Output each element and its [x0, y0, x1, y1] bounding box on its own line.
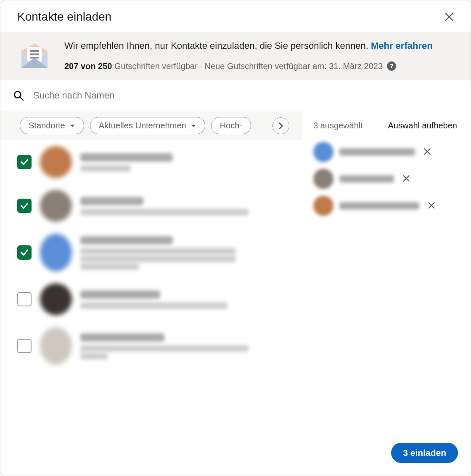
modal-title: Kontakte einladen [17, 10, 111, 24]
selection-count: 3 ausgewählt [313, 121, 363, 130]
recommendation-banner: Wir empfehlen Ihnen, nur Kontakte einzul… [0, 32, 471, 80]
close-button[interactable] [440, 8, 458, 26]
contact-name [80, 236, 173, 245]
learn-more-link[interactable]: Mehr erfahren [371, 40, 433, 51]
filter-label: Hoch- [220, 121, 242, 130]
filter-locations[interactable]: Standorte [20, 117, 84, 134]
selection-item [310, 192, 463, 219]
filter-current-company[interactable]: Aktuelles Unternehmen [90, 117, 205, 134]
contact-subtitle [80, 255, 236, 262]
contact-name [80, 333, 164, 342]
check-icon [20, 201, 29, 210]
avatar [40, 327, 72, 365]
contact-name [80, 290, 160, 299]
modal-footer: 3 einladen [0, 435, 471, 476]
check-icon [20, 157, 29, 167]
invite-button[interactable]: 3 einladen [391, 443, 458, 463]
contact-checkbox[interactable] [17, 199, 32, 213]
selection-column: 3 ausgewählt Auswahl aufheben [302, 111, 471, 435]
avatar [40, 234, 72, 271]
help-icon[interactable]: ? [387, 61, 396, 71]
contact-name [80, 197, 143, 205]
avatar [313, 169, 333, 189]
chevron-down-icon [191, 123, 196, 129]
close-icon [402, 174, 411, 183]
contact-info [80, 195, 289, 216]
avatar [40, 146, 72, 178]
remove-selection-button[interactable] [421, 145, 434, 159]
envelope-icon [17, 39, 52, 74]
svg-rect-2 [30, 53, 39, 55]
filter-label: Standorte [29, 121, 65, 130]
contact-info [80, 289, 289, 310]
svg-rect-1 [30, 50, 39, 52]
check-icon [20, 248, 29, 257]
filter-school[interactable]: Hoch- [211, 117, 251, 134]
credits-rest: Gutschriften verfügbar · Neue Gutschrift… [112, 61, 383, 71]
contact-row[interactable] [0, 140, 302, 184]
selection-item [310, 165, 463, 192]
contact-info [80, 152, 289, 173]
credits-line: 207 von 250 Gutschriften verfügbar · Neu… [64, 60, 433, 72]
contact-subtitle [80, 209, 249, 215]
credits-count: 207 von 250 [64, 61, 112, 71]
filter-scroll-right[interactable] [273, 117, 289, 134]
remove-selection-button[interactable] [400, 172, 413, 186]
clear-selection-button[interactable]: Auswahl aufheben [385, 120, 460, 131]
contact-row[interactable] [0, 277, 302, 321]
avatar [40, 283, 72, 315]
contact-list[interactable] [0, 140, 302, 435]
selection-list [302, 138, 471, 435]
selection-header: 3 ausgewählt Auswahl aufheben [302, 111, 471, 138]
contact-subtitle [80, 248, 236, 255]
contact-subtitle [80, 302, 228, 309]
contact-row[interactable] [0, 321, 302, 371]
contact-subtitle [80, 353, 108, 359]
search-bar [0, 80, 471, 111]
contact-info [80, 234, 289, 271]
banner-text: Wir empfehlen Ihnen, nur Kontakte einzul… [64, 39, 433, 74]
contact-checkbox[interactable] [17, 245, 32, 260]
chevron-down-icon [69, 123, 75, 129]
modal-body: Standorte Aktuelles Unternehmen Hoch- [0, 111, 471, 435]
filter-scroll: Standorte Aktuelles Unternehmen Hoch- [20, 117, 251, 134]
contact-checkbox[interactable] [17, 155, 32, 169]
filter-label: Aktuelles Unternehmen [99, 121, 186, 130]
close-icon [427, 201, 436, 210]
contact-subtitle [80, 345, 249, 352]
close-icon [423, 147, 432, 156]
banner-message: Wir empfehlen Ihnen, nur Kontakte einzul… [64, 40, 371, 51]
search-icon [13, 90, 24, 101]
selection-name [339, 202, 419, 210]
selection-name [339, 148, 415, 156]
contact-checkbox[interactable] [17, 339, 32, 353]
contact-row[interactable] [0, 184, 302, 228]
avatar [40, 190, 72, 222]
close-icon [444, 11, 455, 22]
remove-selection-button[interactable] [425, 199, 438, 213]
contact-name [80, 153, 173, 162]
search-input[interactable] [32, 90, 458, 101]
avatar [313, 196, 333, 216]
contact-info [80, 332, 289, 360]
filter-bar: Standorte Aktuelles Unternehmen Hoch- [0, 111, 302, 140]
contact-checkbox[interactable] [17, 292, 32, 306]
contact-subtitle [80, 263, 139, 270]
modal-header: Kontakte einladen [0, 0, 471, 32]
chevron-right-icon [278, 122, 284, 129]
contacts-column: Standorte Aktuelles Unternehmen Hoch- [0, 111, 302, 435]
contact-subtitle [80, 165, 131, 172]
selection-name [339, 175, 394, 183]
contact-row[interactable] [0, 228, 302, 277]
selection-item [310, 138, 463, 165]
invite-contacts-modal: Kontakte einladen Wir empfehlen Ihnen, n… [0, 0, 471, 476]
avatar [313, 142, 333, 162]
